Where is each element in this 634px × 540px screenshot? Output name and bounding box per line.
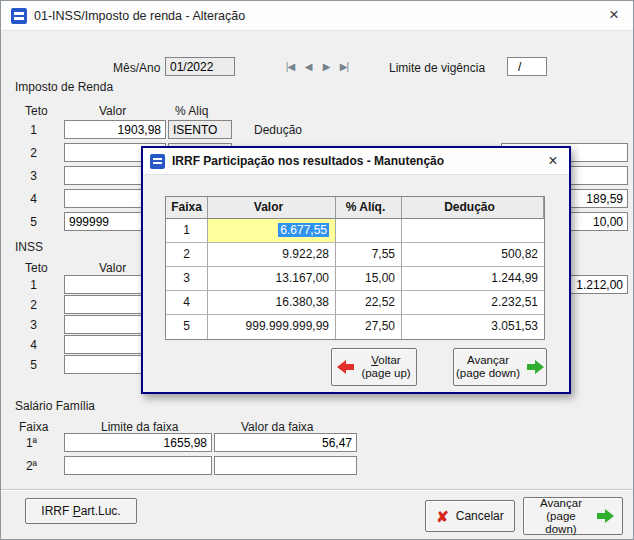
col-teto: Teto [25, 104, 48, 118]
col-valor: Valor [99, 104, 126, 118]
cell-deducao[interactable]: 1.244,99 [402, 267, 544, 291]
inss-row-number: 4 [15, 338, 37, 352]
modal-titlebar: IRRF Participação nos resultados - Manut… [143, 148, 569, 175]
cell-deducao[interactable] [402, 219, 544, 243]
cell-valor[interactable]: 999.999.999,99 [208, 315, 336, 339]
cell-aliq[interactable]: 15,00 [336, 267, 402, 291]
cell-aliq[interactable]: 22,52 [336, 291, 402, 315]
cell-faixa[interactable]: 4 [166, 291, 208, 315]
footer-separator [1, 489, 634, 491]
table-row[interactable]: 3 13.167,00 15,00 1.244,99 [166, 267, 544, 291]
inss-row-number: 1 [15, 278, 37, 292]
avancar-label: Avançar (page down) [532, 497, 590, 536]
deducao-label: Dedução [254, 123, 302, 137]
sf-limite-field-2[interactable] [64, 456, 212, 475]
cell-deducao[interactable]: 500,82 [402, 243, 544, 267]
inss-row-number: 2 [15, 298, 37, 312]
mes-ano-label: Mês/Ano [113, 61, 160, 75]
red-left-arrow-icon [337, 360, 354, 374]
cell-deducao[interactable]: 3.051,53 [402, 315, 544, 339]
modal-close-icon[interactable]: × [541, 148, 565, 175]
sf-row-label: 2ª [15, 459, 37, 473]
table-row[interactable]: 2 9.922,28 7,55 500,82 [166, 243, 544, 267]
ir-row-number: 3 [15, 169, 37, 183]
sf-limite-field-1[interactable] [64, 433, 212, 452]
ir-row-number: 4 [15, 192, 37, 206]
cancel-x-icon: ✘ [436, 509, 449, 524]
cell-faixa[interactable]: 1 [166, 219, 208, 243]
col-limite-faixa: Limite da faixa [101, 420, 178, 434]
header-aliq: % Alíq. [336, 197, 402, 219]
cell-valor[interactable]: 16.380,38 [208, 291, 336, 315]
cell-faixa[interactable]: 3 [166, 267, 208, 291]
limite-vigencia-label: Limite de vigência [389, 61, 485, 75]
ir-row-number: 5 [15, 215, 37, 229]
cell-valor-selected[interactable]: 6.677,55 [208, 219, 336, 243]
sf-row-label: 1ª [15, 436, 37, 450]
cancel-label: Cancelar [456, 509, 504, 523]
inss-row-number: 3 [15, 318, 37, 332]
header-valor: Valor [208, 197, 336, 219]
ir-row-number: 2 [15, 146, 37, 160]
faixas-table: Faixa Valor % Alíq. Dedução 1 6.677,55 2… [165, 196, 545, 340]
cell-faixa[interactable]: 5 [166, 315, 208, 339]
green-right-arrow-icon [527, 360, 544, 374]
ir-row-number: 1 [15, 123, 37, 137]
nav-next-icon[interactable]: ▶ [317, 58, 335, 76]
avancar-button[interactable]: Avançar (page down) [523, 497, 623, 535]
app-icon [150, 154, 165, 169]
header-deducao: Dedução [402, 197, 544, 219]
col-aliq: % Aliq [175, 104, 208, 118]
cell-valor[interactable]: 13.167,00 [208, 267, 336, 291]
cell-aliq[interactable]: 27,50 [336, 315, 402, 339]
cancel-button[interactable]: ✘ Cancelar [425, 500, 515, 532]
sf-valor-field-1[interactable] [214, 433, 357, 452]
voltar-label: Voltar (page up) [361, 354, 410, 380]
window-title: 01-INSS/Imposto de renda - Alteração [34, 1, 245, 31]
table-row[interactable]: 5 999.999.999,99 27,50 3.051,53 [166, 315, 544, 339]
app-icon [11, 8, 27, 24]
col-valor: Valor [99, 261, 126, 275]
table-header-row: Faixa Valor % Alíq. Dedução [166, 197, 544, 219]
ir-aliq-field-1[interactable] [168, 120, 232, 139]
section-imposto-renda: Imposto de Renda [15, 80, 113, 94]
table-row[interactable]: 4 16.380,38 22,52 2.232,51 [166, 291, 544, 315]
col-faixa: Faixa [19, 420, 48, 434]
nav-last-icon[interactable]: ▶| [335, 58, 353, 76]
limite-vigencia-field[interactable] [507, 57, 547, 76]
main-titlebar: 01-INSS/Imposto de renda - Alteração × [1, 1, 633, 31]
nav-prev-icon[interactable]: ◀ [299, 58, 317, 76]
irrf-part-luc-button[interactable]: IRRF Part.Luc. [25, 498, 137, 524]
sf-valor-field-2[interactable] [214, 456, 357, 475]
irrf-modal: IRRF Participação nos resultados - Manut… [141, 146, 571, 394]
cell-deducao[interactable]: 2.232,51 [402, 291, 544, 315]
ir-valor-field-1[interactable] [64, 120, 166, 139]
main-window: 01-INSS/Imposto de renda - Alteração × M… [0, 0, 634, 540]
modal-avancar-label: Avançar (page down) [456, 354, 520, 380]
section-inss: INSS [15, 240, 43, 254]
header-faixa: Faixa [166, 197, 208, 219]
col-valor-faixa: Valor da faixa [241, 420, 314, 434]
irrf-button-label: IRRF Part.Luc. [41, 504, 120, 518]
cell-faixa[interactable]: 2 [166, 243, 208, 267]
table-row[interactable]: 1 6.677,55 [166, 219, 544, 243]
modal-title: IRRF Participação nos resultados - Manut… [172, 148, 444, 175]
cell-valor[interactable]: 9.922,28 [208, 243, 336, 267]
voltar-button[interactable]: Voltar (page up) [331, 348, 417, 386]
cell-aliq[interactable] [336, 219, 402, 243]
section-salario-familia: Salário Família [15, 399, 95, 413]
inss-row-number: 5 [15, 358, 37, 372]
col-teto: Teto [25, 261, 48, 275]
modal-avancar-button[interactable]: Avançar (page down) [453, 348, 547, 386]
close-icon[interactable]: × [601, 1, 627, 31]
mes-ano-field[interactable] [165, 57, 235, 76]
green-right-arrow-icon [597, 509, 614, 523]
nav-first-icon[interactable]: |◀ [281, 58, 299, 76]
cell-aliq[interactable]: 7,55 [336, 243, 402, 267]
